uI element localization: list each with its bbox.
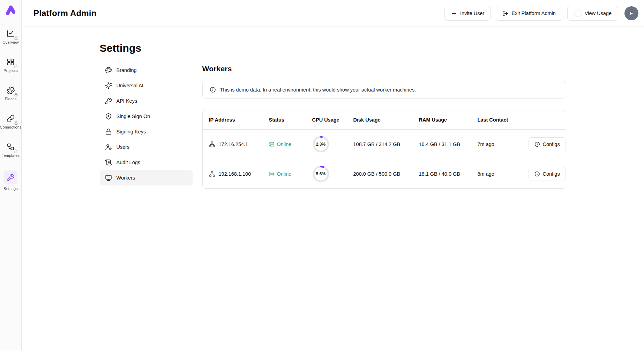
worker-status: Online bbox=[269, 141, 312, 147]
column-header-last-contact: Last Contact bbox=[478, 117, 529, 123]
sidebar-item-label: Templates bbox=[2, 153, 20, 158]
settings-nav-item-users[interactable]: Users bbox=[100, 139, 193, 155]
settings-nav-item-workers[interactable]: Workers bbox=[100, 170, 193, 185]
settings-nav-item-universal-ai[interactable]: Universal AI bbox=[100, 78, 193, 93]
sidebar-item-label: Overview bbox=[2, 40, 19, 44]
sidebar-item-connections[interactable]: Connections bbox=[0, 114, 22, 129]
lock-icon bbox=[13, 64, 18, 69]
column-header-ip: IP Address bbox=[209, 117, 269, 123]
sidebar-item-settings[interactable]: Settings bbox=[3, 170, 18, 191]
monitor-icon bbox=[105, 174, 112, 181]
page-title: Platform Admin bbox=[33, 8, 97, 18]
settings-nav-label: Workers bbox=[117, 175, 135, 181]
settings-nav-label: Users bbox=[117, 144, 130, 150]
settings-nav-item-api-keys[interactable]: API Keys bbox=[100, 93, 193, 109]
settings-nav-item-branding[interactable]: Branding bbox=[100, 63, 193, 78]
configs-button-label: Configs bbox=[543, 171, 560, 177]
sidebar-item-label: Settings bbox=[3, 187, 18, 191]
usage-ring-icon bbox=[574, 9, 582, 17]
shield-plus-icon bbox=[105, 113, 112, 120]
worker-status-label: Online bbox=[277, 171, 292, 177]
left-rail: Overview Projects bbox=[0, 0, 22, 350]
settings-nav-label: Audit Logs bbox=[117, 160, 141, 165]
workers-table-header: IP Address Status CPU Usage Disk Usage R… bbox=[203, 110, 566, 130]
key-icon bbox=[105, 97, 112, 104]
worker-ip: 172.16.254.1 bbox=[219, 141, 248, 147]
sidebar-item-pieces[interactable]: Pieces bbox=[5, 86, 17, 101]
column-header-status: Status bbox=[269, 117, 312, 123]
worker-table-row: 192.168.1.100 Online bbox=[203, 159, 566, 188]
worker-last-contact: 7m ago bbox=[478, 141, 529, 147]
worker-ram-usage: 16.4 GB / 31.1 GB bbox=[419, 141, 478, 147]
workers-panel: Workers This is demo data. In a real env… bbox=[202, 63, 566, 189]
view-usage-button[interactable]: View Usage bbox=[567, 6, 618, 21]
palette-icon bbox=[105, 67, 112, 74]
wrench-icon bbox=[7, 174, 15, 182]
workers-heading: Workers bbox=[202, 65, 566, 73]
cpu-usage-value: 2.3% bbox=[312, 136, 330, 153]
column-header-cpu: CPU Usage bbox=[312, 117, 353, 123]
configs-button[interactable]: Configs bbox=[529, 137, 566, 151]
invite-user-button[interactable]: Invite User bbox=[444, 6, 491, 21]
column-header-ram: RAM Usage bbox=[419, 117, 478, 123]
settings-nav-label: Signing Keys bbox=[117, 129, 146, 134]
worker-status-label: Online bbox=[277, 141, 292, 147]
exit-platform-admin-label: Exit Platform Admin bbox=[511, 10, 556, 16]
plus-icon bbox=[451, 10, 457, 16]
exit-platform-admin-button[interactable]: Exit Platform Admin bbox=[496, 6, 562, 21]
cpu-usage-gauge: 2.3% bbox=[312, 136, 330, 153]
demo-data-banner-text: This is demo data. In a real environment… bbox=[220, 87, 416, 93]
settings-nav-item-signing-keys[interactable]: Signing Keys bbox=[100, 124, 193, 139]
settings-nav: Branding Universal AI API Keys bbox=[100, 63, 193, 189]
sidebar-item-label: Pieces bbox=[5, 97, 17, 101]
lock-icon bbox=[14, 92, 18, 97]
lock-icon bbox=[13, 149, 18, 154]
info-icon bbox=[210, 87, 216, 93]
activepieces-logo-icon bbox=[5, 3, 17, 16]
avatar-initial: E bbox=[630, 11, 633, 16]
top-header: Platform Admin Invite User Exit Platform… bbox=[22, 0, 644, 27]
lock-icon bbox=[14, 121, 18, 125]
worker-disk-usage: 108.7 GB / 314.2 GB bbox=[353, 141, 419, 147]
demo-data-banner: This is demo data. In a real environment… bbox=[202, 81, 566, 99]
main-content: Settings Branding Univ bbox=[22, 27, 644, 350]
sidebar-item-label: Connections bbox=[0, 125, 22, 129]
sidebar-item-templates[interactable]: Templates bbox=[2, 142, 20, 158]
worker-disk-usage: 200.0 GB / 500.0 GB bbox=[353, 171, 419, 177]
sidebar-item-label: Projects bbox=[3, 68, 18, 73]
view-usage-label: View Usage bbox=[585, 10, 612, 16]
settings-nav-item-single-sign-on[interactable]: Single Sign On bbox=[100, 109, 193, 124]
sparkles-icon bbox=[105, 82, 112, 89]
user-avatar[interactable]: E bbox=[624, 6, 638, 20]
worker-status: Online bbox=[269, 171, 312, 177]
cpu-usage-gauge: 5.6% bbox=[312, 165, 330, 183]
app-logo[interactable] bbox=[4, 3, 17, 16]
configs-button-label: Configs bbox=[543, 141, 560, 147]
lock-icon bbox=[14, 36, 18, 41]
settings-nav-label: API Keys bbox=[117, 98, 137, 104]
cpu-usage-value: 5.6% bbox=[312, 165, 330, 183]
settings-heading: Settings bbox=[100, 43, 566, 53]
settings-nav-label: Branding bbox=[117, 67, 137, 73]
info-icon bbox=[534, 141, 540, 147]
column-header-disk: Disk Usage bbox=[353, 117, 419, 123]
worker-ram-usage: 18.1 GB / 40.0 GB bbox=[419, 171, 478, 177]
network-icon bbox=[209, 141, 215, 147]
worker-table-row: 172.16.254.1 Online bbox=[203, 130, 566, 159]
worker-ip: 192.168.1.100 bbox=[219, 171, 251, 177]
settings-nav-label: Universal AI bbox=[117, 83, 143, 88]
logout-icon bbox=[502, 10, 508, 16]
user-cog-icon bbox=[105, 144, 112, 151]
sidebar-item-overview[interactable]: Overview bbox=[2, 29, 19, 44]
invite-user-label: Invite User bbox=[460, 10, 484, 16]
settings-nav-item-audit-logs[interactable]: Audit Logs bbox=[100, 155, 193, 170]
scroll-icon bbox=[105, 159, 112, 166]
network-icon bbox=[209, 171, 215, 177]
info-icon bbox=[534, 171, 540, 177]
server-icon bbox=[269, 171, 275, 177]
sidebar-item-projects[interactable]: Projects bbox=[3, 57, 18, 73]
worker-last-contact: 8m ago bbox=[478, 171, 529, 177]
configs-button[interactable]: Configs bbox=[529, 167, 566, 181]
workers-table: IP Address Status CPU Usage Disk Usage R… bbox=[202, 110, 566, 189]
settings-nav-label: Single Sign On bbox=[117, 114, 150, 119]
